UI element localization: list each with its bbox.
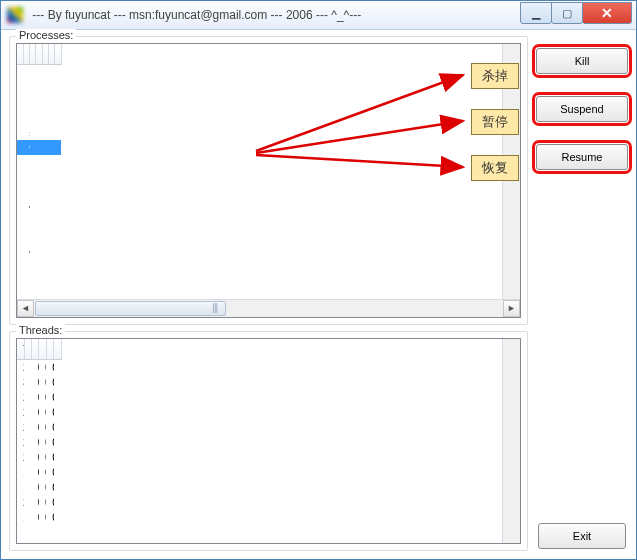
threads-label: Threads: — [16, 324, 65, 336]
table-row[interactable]: 23320d 7h 36m 17s0.000.00 — [17, 420, 61, 435]
table-row[interactable]: 20600.000.00 — [17, 80, 61, 95]
table-row[interactable]: 1652wps.exe0d 7h 35m 19s0.000.00062 — [17, 245, 61, 260]
table-row[interactable]: 23120d 7h 36m 17s0.000.00 — [17, 405, 61, 420]
table-row[interactable]: 266400.000.00 — [17, 155, 61, 170]
scroll-left-icon[interactable]: ◄ — [17, 300, 34, 317]
col-tid[interactable]: TID... — [17, 339, 24, 360]
scroll-right-icon[interactable]: ► — [503, 300, 520, 317]
main-window: --- By fuyuncat --- msn:fuyuncat@gmail.c… — [0, 0, 637, 560]
table-row[interactable]: 33920.00 — [17, 215, 61, 230]
processes-label: Processes: — [16, 29, 76, 41]
col-empty-thr[interactable] — [54, 339, 61, 360]
kill-button[interactable]: Kill — [536, 48, 628, 74]
resume-button[interactable]: Resume — [536, 144, 628, 170]
processes-hscroll[interactable]: ◄ ► — [17, 299, 520, 317]
table-row[interactable]: 2988wps.exe0d 7h 36m 28s0.000.00759 — [17, 140, 61, 155]
table-row[interactable]: 29920d 7h 36m 28s0.000.00 — [17, 360, 61, 375]
callout-suspend: 暂停 — [471, 109, 519, 135]
table-row[interactable]: 3344wpscenter.exe0d 7h 35m 50s0.000.0014… — [17, 200, 61, 215]
col-kernel-cpu-thr[interactable]: Kernel CPU(... — [39, 339, 46, 360]
col-name-thr[interactable]: Name — [24, 339, 31, 360]
threads-list[interactable]: TID... Name Running Time Kernel CPU(... … — [16, 338, 521, 544]
table-row[interactable]: 24360d 7h 36m 16s0.000.00 — [17, 450, 61, 465]
table-row[interactable]: 24000d 7h 36m 16s0.000.00 — [17, 435, 61, 450]
title-bar[interactable]: --- By fuyuncat --- msn:fuyuncat@gmail.c… — [1, 1, 636, 30]
threads-header[interactable]: TID... Name Running Time Kernel CPU(... … — [17, 339, 61, 360]
table-row[interactable]: 2488smax4pnp.exe0d 7h 36m 35s0.000.00 — [17, 125, 61, 140]
table-row[interactable]: 21280.000.00 — [17, 95, 61, 110]
table-row[interactable]: 21520d 7h 36m 18s0.000.00 — [17, 390, 61, 405]
col-running-time-thr[interactable]: Running Time — [32, 339, 39, 360]
maximize-button[interactable]: ▢ — [551, 2, 583, 24]
app-icon — [7, 7, 23, 23]
processes-header[interactable]: PID... Name Running Time Kernel CPU(... … — [17, 44, 61, 65]
processes-group: Processes: PID... Name Running Time Kern… — [9, 36, 528, 325]
processes-list[interactable]: PID... Name Running Time Kernel CPU(... … — [16, 43, 521, 318]
side-buttons: Kill Suspend Resume — [536, 36, 628, 551]
exit-button[interactable]: Exit — [538, 523, 626, 549]
close-button[interactable]: ✕ — [582, 2, 632, 24]
table-row[interactable]: 24320.000.00 — [17, 170, 61, 185]
table-row[interactable]: 31120.000.00 — [17, 185, 61, 200]
col-r[interactable]: R... — [55, 44, 61, 65]
callout-kill: 杀掉 — [471, 63, 519, 89]
table-row[interactable]: 15440.00 — [17, 65, 61, 80]
table-row[interactable]: 4956PopWndLog.exe0d 7h 33m 2s0.000.00131… — [17, 275, 61, 290]
col-user-cpu-thr[interactable]: User CPU(P... — [46, 339, 53, 360]
table-row[interactable]: 23720.000.00 — [17, 110, 61, 125]
table-row[interactable]: 24840d 7h 36m 14s0.000.00 — [17, 495, 61, 510]
table-row[interactable]: 366800.000.00 — [17, 260, 61, 275]
threads-group: Threads: TID... Name Running Time Kernel… — [9, 331, 528, 551]
window-controls: ▁ ▢ ✕ — [521, 2, 632, 24]
scroll-thumb[interactable] — [35, 301, 226, 316]
table-row[interactable]: 14680d 7h 36m 14s0.000.00 — [17, 480, 61, 495]
suspend-button[interactable]: Suspend — [536, 96, 628, 122]
table-row[interactable]: 30640d 7h 36m 18s0.000.00 — [17, 375, 61, 390]
table-row[interactable]: 18880d 7h 36m 14s0.000.00 — [17, 465, 61, 480]
callout-resume: 恢复 — [471, 155, 519, 181]
table-row[interactable]: 3584SogouCloud.exe0d 7h 35m 44s0.000.001… — [17, 230, 61, 245]
window-title: --- By fuyuncat --- msn:fuyuncat@gmail.c… — [29, 8, 521, 22]
threads-vscroll[interactable] — [502, 339, 520, 543]
minimize-button[interactable]: ▁ — [520, 2, 552, 24]
table-row[interactable]: 15560d 7h 36m 14s0.000.00 — [17, 510, 61, 524]
table-row[interactable]: 2984TIM.exe0d 7h 24m 49s0.000.0017715 — [17, 290, 61, 293]
